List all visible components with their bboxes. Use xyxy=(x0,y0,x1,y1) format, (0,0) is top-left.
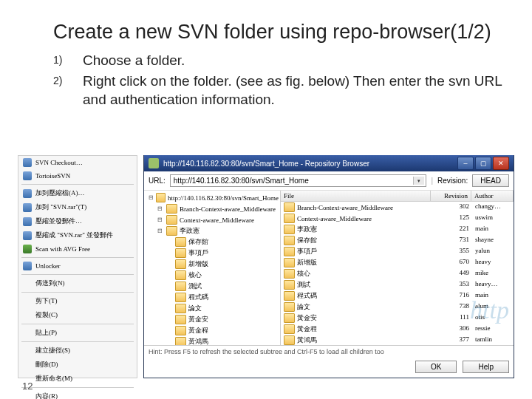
ctx-label: 傳送到(N) xyxy=(35,279,65,288)
ctx-label: Scan with AVG Free xyxy=(35,245,90,253)
file-name: Branch-Context-aware_Middleware xyxy=(297,204,393,211)
close-button[interactable]: ✕ xyxy=(493,157,509,170)
blank-icon xyxy=(23,297,32,306)
list-row[interactable]: Context-aware_Middleware125uswim xyxy=(281,213,514,224)
auth-cell: alum xyxy=(472,301,514,313)
file-name: 論文 xyxy=(297,302,310,312)
svn-icon xyxy=(23,158,32,167)
url-input[interactable]: http://140.116.82.30:80/svn/Smart_Home ▾ xyxy=(170,174,427,187)
expand-icon[interactable]: ⊟ xyxy=(157,205,164,212)
auth-cell: mike xyxy=(472,268,514,279)
tree-item[interactable]: 黃金程 xyxy=(146,325,279,336)
file-name: 新增版 xyxy=(297,258,317,267)
auth-cell: main xyxy=(472,224,514,235)
folder-icon xyxy=(175,259,186,269)
ctx-unlocker[interactable]: Unlocker xyxy=(18,259,137,273)
expand-icon[interactable]: ⊟ xyxy=(149,194,154,201)
titlebar[interactable]: http://140.116.82.30:80/svn/Smart_Home -… xyxy=(144,155,514,171)
slide-title: Create a new SVN folder using repo-brows… xyxy=(0,0,532,51)
list-row[interactable]: 黃金安111otis xyxy=(281,313,514,324)
folder-icon xyxy=(156,193,166,202)
expand-icon[interactable]: ⊟ xyxy=(157,216,164,223)
list-row[interactable]: 程式碼716main xyxy=(281,290,514,301)
ctx-add-archive[interactable]: 加到壓縮檔(A)… xyxy=(18,186,137,200)
list-row[interactable]: 測試353heavy… xyxy=(281,279,514,290)
tree-item[interactable]: 核心 xyxy=(146,270,279,281)
ctx-label: 加到壓縮檔(A)… xyxy=(35,188,85,198)
blank-icon xyxy=(23,329,32,338)
separator xyxy=(21,257,134,258)
ok-button[interactable]: OK xyxy=(415,361,457,373)
separator xyxy=(21,274,134,275)
repo-browser-window: http://140.116.82.30:80/svn/Smart_Home -… xyxy=(143,155,514,378)
ctx-paste[interactable]: 貼上(P) xyxy=(18,326,137,340)
ctx-shortcut[interactable]: 建立捷徑(S) xyxy=(18,344,137,358)
tree-item[interactable]: 保存館 xyxy=(146,236,279,248)
ctx-properties[interactable]: 內容(R) xyxy=(18,389,137,399)
list-row[interactable]: 論文738alum xyxy=(281,301,514,313)
tree-item[interactable]: 黃鴻馬 xyxy=(146,336,279,345)
tree-item[interactable]: ⊟Branch-Context-aware_Middleware xyxy=(146,203,279,214)
help-button[interactable]: Help xyxy=(463,361,509,373)
ctx-add-svnrar[interactable]: 加到 "SVN.rar"(T) xyxy=(18,200,137,214)
ctx-compress-rar-mail[interactable]: 壓縮成 "SVN.rar" 並發郵件 xyxy=(18,228,137,242)
minimize-button[interactable]: – xyxy=(457,157,474,170)
ctx-rename[interactable]: 重新命名(M) xyxy=(18,372,137,386)
ctx-delete[interactable]: 刪除(D) xyxy=(18,358,137,372)
tree-item[interactable]: 程式碼 xyxy=(146,292,279,303)
tree-item[interactable]: 事項戶 xyxy=(146,248,279,259)
tree-label: 保存館 xyxy=(188,237,208,247)
file-name: 核心 xyxy=(297,269,310,279)
col-author[interactable]: Author xyxy=(471,191,514,201)
list-row[interactable]: 黃金程306ressie xyxy=(281,324,514,335)
expand-icon[interactable]: ⊟ xyxy=(157,228,164,234)
folder-icon xyxy=(175,293,186,302)
auth-cell: ressie xyxy=(472,324,514,335)
file-name: 黃金程 xyxy=(297,324,317,334)
tree-item[interactable]: 黃金安 xyxy=(146,314,279,325)
auth-cell: otis xyxy=(472,313,514,324)
ctx-label: 壓縮成 "SVN.rar" 並發郵件 xyxy=(35,231,113,240)
ctx-tortoisesvn[interactable]: TortoiseSVN xyxy=(18,169,137,183)
head-button[interactable]: HEAD xyxy=(472,174,509,187)
list-row[interactable]: 李政憲221main xyxy=(281,224,514,235)
ctx-svn-checkout[interactable]: SVN Checkout… xyxy=(18,156,137,169)
folder-icon xyxy=(284,269,295,279)
folder-icon xyxy=(175,315,186,324)
rev-cell: 306 xyxy=(432,324,472,335)
tree-item[interactable]: ⊟Context-aware_Middleware xyxy=(146,214,279,225)
rev-cell: 111 xyxy=(432,313,472,324)
tree-item[interactable]: 測試 xyxy=(146,281,279,292)
rev-cell: 221 xyxy=(432,224,472,235)
tree-label: 黃鴻馬 xyxy=(188,337,208,345)
file-list[interactable]: File Revision Author Branch-Context-awar… xyxy=(281,191,514,345)
ctx-label: 壓縮並發郵件… xyxy=(35,216,82,226)
list-row[interactable]: 核心449mike xyxy=(281,268,514,279)
tree-panel[interactable]: ⊟http://140.116.82.30:80/svn/Smart_Home⊟… xyxy=(144,191,281,345)
list-row[interactable]: 黃鴻馬377tamlin xyxy=(281,335,514,345)
list-row[interactable]: Branch-Context-aware_Middleware302changy… xyxy=(281,202,514,213)
maximize-button[interactable]: ▢ xyxy=(475,157,491,170)
hint-text: Hint: Press F5 to refresh the selected s… xyxy=(144,345,514,358)
tree-item[interactable]: ⊟李政憲 xyxy=(146,225,279,236)
ctx-compress-mail[interactable]: 壓縮並發郵件… xyxy=(18,214,137,228)
ctx-cut[interactable]: 剪下(T) xyxy=(18,294,137,308)
list-row[interactable]: 事項戶355yalun xyxy=(281,246,514,257)
col-file[interactable]: File xyxy=(281,191,431,201)
list-row[interactable]: 新增版670heavy xyxy=(281,257,514,268)
tree-label: 新增版 xyxy=(188,259,208,269)
ctx-copy[interactable]: 複製(C) xyxy=(18,308,137,322)
tree-label: 論文 xyxy=(188,304,202,313)
tree-item[interactable]: 新增版 xyxy=(146,259,279,270)
url-value: http://140.116.82.30:80/svn/Smart_Home xyxy=(174,177,309,185)
tortoise-icon xyxy=(23,171,32,180)
step-number: 1) xyxy=(53,51,83,70)
list-row[interactable]: 保存館731shayne xyxy=(281,235,514,246)
ctx-send-to[interactable]: 傳送到(N) xyxy=(18,276,137,290)
tree-item[interactable]: ⊟http://140.116.82.30:80/svn/Smart_Home xyxy=(146,192,279,203)
ctx-avg-scan[interactable]: Scan with AVG Free xyxy=(18,242,137,256)
chevron-down-icon[interactable]: ▾ xyxy=(413,177,424,185)
repo-body: ⊟http://140.116.82.30:80/svn/Smart_Home⊟… xyxy=(144,191,514,345)
tree-item[interactable]: 論文 xyxy=(146,303,279,314)
col-revision[interactable]: Revision xyxy=(431,191,471,201)
